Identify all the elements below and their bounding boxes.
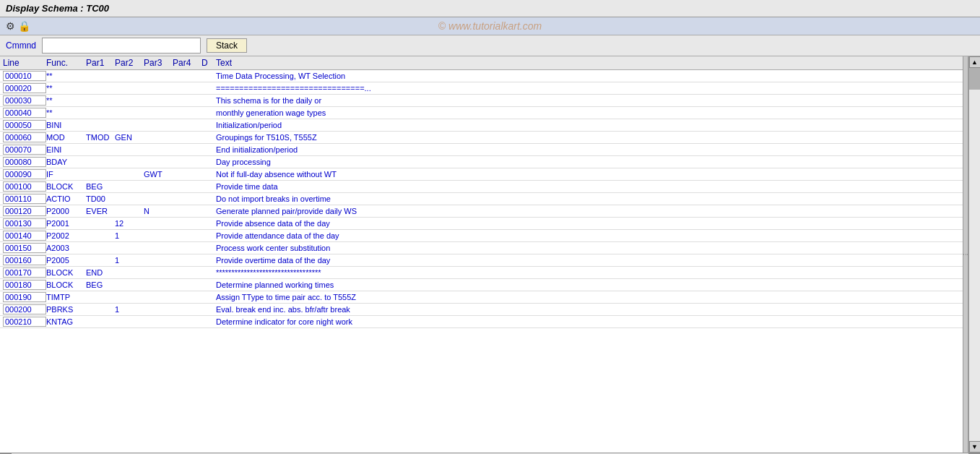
cell-param: **: [46, 72, 86, 80]
cell-param: GEN: [115, 133, 144, 142]
cell-param: P2005: [46, 256, 86, 265]
cell-param: END: [86, 268, 115, 277]
scroll-down-button[interactable]: ▼: [969, 441, 981, 453]
col-line: Line: [3, 58, 46, 68]
cell-text: This schema is for the daily or: [216, 96, 960, 105]
table-row[interactable]: 000160P20051Provide overtime data of the…: [0, 254, 963, 267]
cell-param: 1: [115, 231, 144, 240]
command-input[interactable]: [42, 38, 201, 53]
cell-param: BLOCK: [46, 268, 86, 277]
cell-line: 000030: [3, 95, 46, 106]
table-row[interactable]: 000030**This schema is for the daily or: [0, 95, 963, 107]
scroll-thumb[interactable]: [969, 68, 980, 90]
table-row[interactable]: 000010**Time Data Processing, WT Selecti…: [0, 70, 963, 82]
cell-line: 000010: [3, 71, 46, 81]
col-par2: Par2: [115, 58, 144, 68]
cell-param: **: [46, 84, 86, 93]
table-row[interactable]: 000200PBRKS1Eval. break end inc. abs. bf…: [0, 304, 963, 316]
cell-line: 000060: [3, 132, 46, 142]
table-row[interactable]: 000100BLOCKBEGProvide time data: [0, 181, 963, 193]
cell-text: Provide time data: [216, 182, 960, 191]
cell-param: BEG: [86, 182, 115, 191]
cell-text: Initialization/period: [216, 121, 960, 129]
table-body: 000010**Time Data Processing, WT Selecti…: [0, 70, 963, 328]
title-bar: Display Schema : TC00: [0, 0, 980, 17]
table-row[interactable]: 000090IFGWTNot if full-day absence witho…: [0, 168, 963, 181]
table-row[interactable]: 000150A2003Process work center substitut…: [0, 242, 963, 254]
table-row[interactable]: 000020**================================…: [0, 82, 963, 95]
table-row[interactable]: 000180BLOCKBEGDetermine planned working …: [0, 279, 963, 291]
table-row[interactable]: 000080BDAYDay processing: [0, 156, 963, 168]
cell-param: A2003: [46, 244, 86, 252]
cell-param: BDAY: [46, 158, 86, 166]
toolbar: ⚙ 🔒 © www.tutorialkart.com: [0, 17, 980, 35]
command-bar: Cmmnd Stack: [0, 35, 980, 56]
cell-line: 000090: [3, 169, 46, 179]
cell-param: TD00: [86, 194, 115, 203]
cell-param: GWT: [144, 170, 173, 179]
cell-param: BLOCK: [46, 182, 86, 191]
cell-line: 000160: [3, 255, 46, 265]
cell-param: BINI: [46, 121, 86, 129]
table-row[interactable]: 000170BLOCKEND**************************…: [0, 267, 963, 279]
cell-line: 000200: [3, 304, 46, 314]
col-func: Func.: [46, 58, 86, 68]
cell-param: N: [144, 207, 173, 215]
table-row[interactable]: 000120P2000EVERNGenerate planned pair/pr…: [0, 205, 963, 218]
cell-param: EINI: [46, 145, 86, 154]
stack-button[interactable]: Stack: [207, 38, 247, 53]
main-container: Line Func. Par1 Par2 Par3 Par4 D Text 00…: [0, 56, 980, 453]
cell-param: TMOD: [86, 133, 115, 142]
cell-param: 12: [115, 219, 144, 228]
scroll-up-button[interactable]: ▲: [969, 56, 981, 68]
cell-text: Not if full-day absence without WT: [216, 170, 960, 179]
cell-line: 000120: [3, 206, 46, 216]
col-text: Text: [216, 58, 960, 68]
cell-text: monthly generation wage types: [216, 108, 960, 117]
cell-line: 000050: [3, 120, 46, 130]
cell-text: ================================...: [216, 84, 960, 93]
cell-param: P2000: [46, 207, 86, 215]
col-par1: Par1: [86, 58, 115, 68]
table-row[interactable]: 000210KNTAGDetermine indicator for core …: [0, 316, 963, 328]
table-row[interactable]: 000040**monthly generation wage types: [0, 107, 963, 119]
col-par4: Par4: [173, 58, 201, 68]
vertical-splitter[interactable]: ⋮: [963, 56, 968, 453]
cell-line: 000110: [3, 194, 46, 204]
cell-param: IF: [46, 170, 86, 179]
title-text: Display Schema : TC00: [6, 3, 109, 14]
cell-line: 000150: [3, 243, 46, 253]
cell-text: Determine planned working times: [216, 280, 960, 289]
scroll-track[interactable]: [969, 68, 980, 441]
lock-icon[interactable]: 🔒: [18, 20, 30, 32]
cell-param: ACTIO: [46, 194, 86, 203]
cell-line: 000190: [3, 292, 46, 302]
cell-param: P2001: [46, 219, 86, 228]
cell-text: Determine indicator for core night work: [216, 317, 960, 326]
settings-icon[interactable]: ⚙: [6, 20, 15, 32]
table-row[interactable]: 000060MODTMODGENGroupings for T510S, T55…: [0, 132, 963, 144]
cell-line: 000070: [3, 145, 46, 155]
cell-param: PBRKS: [46, 305, 86, 314]
table-row[interactable]: 000140P20021Provide attendance data of t…: [0, 230, 963, 242]
table-row[interactable]: 000190TIMTPAssign TType to time pair acc…: [0, 291, 963, 304]
cell-line: 000080: [3, 157, 46, 167]
table-row[interactable]: 000130P200112Provide absence data of the…: [0, 218, 963, 230]
cell-param: **: [46, 108, 86, 117]
cell-text: Do not import breaks in overtime: [216, 194, 960, 203]
table-row[interactable]: 000050BINIInitialization/period: [0, 119, 963, 132]
col-par3: Par3: [144, 58, 173, 68]
cell-text: Provide attendance data of the day: [216, 231, 960, 240]
cell-text: Generate planned pair/provide daily WS: [216, 207, 960, 215]
cell-param: **: [46, 96, 86, 105]
content-area[interactable]: Line Func. Par1 Par2 Par3 Par4 D Text 00…: [0, 56, 963, 453]
cell-text: Day processing: [216, 158, 960, 166]
cell-text: Groupings for T510S, T555Z: [216, 133, 960, 142]
cell-param: BEG: [86, 280, 115, 289]
table-row[interactable]: 000110ACTIOTD00Do not import breaks in o…: [0, 193, 963, 205]
cell-param: EVER: [86, 207, 115, 215]
cell-text: Process work center substitution: [216, 244, 960, 252]
table-row[interactable]: 000070EINIEnd initialization/period: [0, 144, 963, 156]
cell-line: 000020: [3, 83, 46, 93]
cell-line: 000140: [3, 231, 46, 241]
